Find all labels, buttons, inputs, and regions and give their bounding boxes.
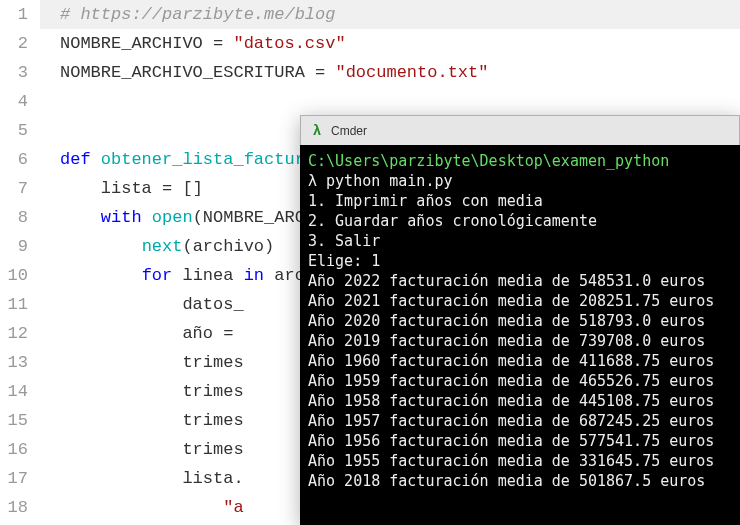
line-number: 5 xyxy=(0,116,28,145)
code-token: trimes xyxy=(60,353,244,372)
terminal-line: Año 1957 facturación media de 687245.25 … xyxy=(308,411,732,431)
line-number: 17 xyxy=(0,464,28,493)
code-token: datos_ xyxy=(60,295,244,314)
terminal-body[interactable]: C:\Users\parzibyte\Desktop\examen_python… xyxy=(300,145,740,525)
code-token: = xyxy=(162,179,172,198)
terminal-title: Cmder xyxy=(331,124,367,138)
code-token xyxy=(60,237,142,256)
line-number: 2 xyxy=(0,29,28,58)
code-token: lista xyxy=(60,179,162,198)
code-token: año xyxy=(60,324,223,343)
line-number: 8 xyxy=(0,203,28,232)
code-token: trimes xyxy=(60,382,244,401)
code-token: NOMBRE_ARCHIVO xyxy=(60,34,213,53)
code-token: = xyxy=(315,63,335,82)
terminal-line: λ python main.py xyxy=(308,171,732,191)
code-token: lista. xyxy=(60,469,244,488)
code-line[interactable] xyxy=(40,87,740,116)
code-token: "a xyxy=(223,498,243,517)
line-number: 4 xyxy=(0,87,28,116)
terminal-titlebar[interactable]: λ Cmder xyxy=(300,115,740,145)
code-token xyxy=(60,208,101,227)
line-number-gutter: 123456789101112131415161718 xyxy=(0,0,40,525)
line-number: 1 xyxy=(0,0,28,29)
line-number: 12 xyxy=(0,319,28,348)
code-token: in xyxy=(244,266,264,285)
code-token: trimes xyxy=(60,440,244,459)
line-number: 15 xyxy=(0,406,28,435)
lambda-icon: λ xyxy=(309,123,325,139)
terminal-line: Año 1958 facturación media de 445108.75 … xyxy=(308,391,732,411)
line-number: 3 xyxy=(0,58,28,87)
code-token: = xyxy=(223,324,233,343)
terminal-line: Año 2021 facturación media de 208251.75 … xyxy=(308,291,732,311)
code-token: [] xyxy=(172,179,203,198)
line-number: 11 xyxy=(0,290,28,319)
terminal-line: C:\Users\parzibyte\Desktop\examen_python xyxy=(308,151,732,171)
code-token: linea xyxy=(182,266,243,285)
code-token: open xyxy=(152,208,193,227)
line-number: 6 xyxy=(0,145,28,174)
code-token: trimes xyxy=(60,411,244,430)
terminal-line: Año 2020 facturación media de 518793.0 e… xyxy=(308,311,732,331)
code-line[interactable]: NOMBRE_ARCHIVO = "datos.csv" xyxy=(40,29,740,58)
terminal-line: Año 1960 facturación media de 411688.75 … xyxy=(308,351,732,371)
terminal-line: Año 2022 facturación media de 548531.0 e… xyxy=(308,271,732,291)
line-number: 10 xyxy=(0,261,28,290)
code-token: def xyxy=(60,150,101,169)
code-token: # https://parzibyte.me/blog xyxy=(60,5,335,24)
line-number: 14 xyxy=(0,377,28,406)
terminal-line: 3. Salir xyxy=(308,231,732,251)
code-line[interactable]: NOMBRE_ARCHIVO_ESCRITURA = "documento.tx… xyxy=(40,58,740,87)
code-token: next xyxy=(142,237,183,256)
line-number: 7 xyxy=(0,174,28,203)
terminal-line: Año 2019 facturación media de 739708.0 e… xyxy=(308,331,732,351)
terminal-line: Año 2018 facturación media de 501867.5 e… xyxy=(308,471,732,491)
terminal-line: 2. Guardar años cronológicamente xyxy=(308,211,732,231)
code-token: for xyxy=(142,266,183,285)
code-line[interactable]: # https://parzibyte.me/blog xyxy=(40,0,740,29)
code-token: "datos.csv" xyxy=(233,34,345,53)
line-number: 13 xyxy=(0,348,28,377)
terminal-window[interactable]: λ Cmder C:\Users\parzibyte\Desktop\exame… xyxy=(300,115,740,525)
line-number: 18 xyxy=(0,493,28,522)
code-token xyxy=(60,498,223,517)
code-token: with xyxy=(101,208,152,227)
code-token: = xyxy=(213,34,233,53)
terminal-line: Año 1956 facturación media de 577541.75 … xyxy=(308,431,732,451)
code-token xyxy=(60,266,142,285)
line-number: 9 xyxy=(0,232,28,261)
terminal-line: Año 1955 facturación media de 331645.75 … xyxy=(308,451,732,471)
terminal-line: 1. Imprimir años con media xyxy=(308,191,732,211)
terminal-line: Elige: 1 xyxy=(308,251,732,271)
code-token: "documento.txt" xyxy=(335,63,488,82)
code-token: NOMBRE_ARCHIVO_ESCRITURA xyxy=(60,63,315,82)
terminal-line: Año 1959 facturación media de 465526.75 … xyxy=(308,371,732,391)
code-token: (archivo) xyxy=(182,237,274,256)
line-number: 16 xyxy=(0,435,28,464)
